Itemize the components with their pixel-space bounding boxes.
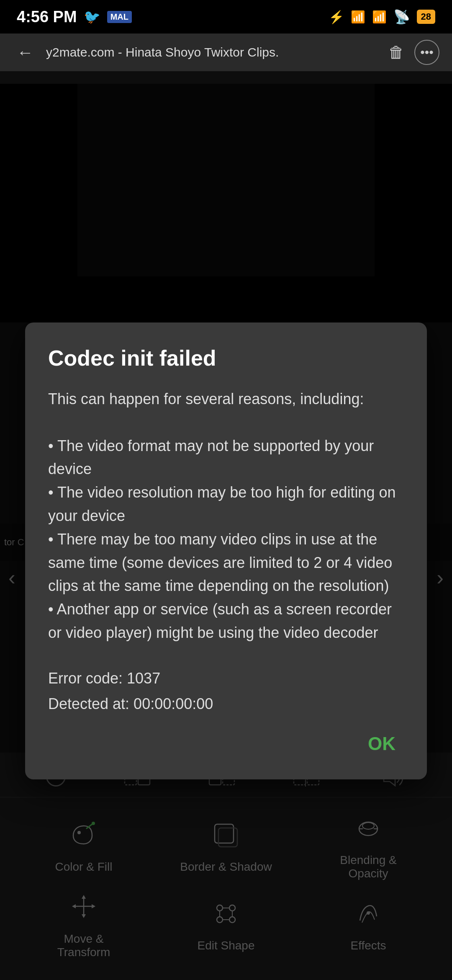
url-bar[interactable]: y2mate.com - Hinata Shoyo Twixtor Clips. [46, 45, 380, 59]
modal-error-info: Error code: 1037 Detected at: 00:00:00:0… [48, 665, 404, 717]
back-button[interactable]: ← [13, 43, 38, 62]
wifi-icon: 📡 [393, 9, 410, 25]
right-arrow-icon: › [437, 566, 444, 589]
modal-title: Codec init failed [48, 346, 404, 371]
signal-icon: 📶 [351, 10, 365, 24]
codec-error-dialog: Codec init failed This can happen for se… [25, 322, 427, 779]
detected-at: Detected at: 00:00:00:00 [48, 691, 404, 717]
status-bar: 4:56 PM 🐦 MAL ⚡ 📶 📶 📡 28 [0, 0, 452, 34]
battery-icon: 28 [417, 10, 435, 24]
modal-bullet-4: • Another app or service (such as a scre… [48, 601, 392, 641]
modal-intro: This can happen for several reasons, inc… [48, 390, 364, 407]
modal-bullet-3: • There may be too many video clips in u… [48, 531, 392, 595]
error-code: Error code: 1037 [48, 665, 404, 691]
browser-bar: ← y2mate.com - Hinata Shoyo Twixtor Clip… [0, 34, 452, 71]
modal-footer: OK [48, 729, 404, 758]
twitter-icon: 🐦 [84, 9, 100, 25]
status-icons: ⚡ 📶 📶 📡 28 [329, 9, 435, 25]
modal-bullet-2: • The video resolution may be too high f… [48, 484, 396, 524]
signal-icon-2: 📶 [372, 10, 387, 24]
left-arrow-icon: ‹ [8, 566, 15, 589]
right-nav-arrow[interactable]: › [437, 565, 444, 590]
mal-badge: MAL [107, 11, 132, 23]
browser-actions: 🗑 ••• [388, 40, 439, 65]
modal-body: This can happen for several reasons, inc… [48, 387, 404, 645]
more-button[interactable]: ••• [414, 40, 439, 65]
status-time: 4:56 PM [17, 8, 77, 26]
left-nav-arrow[interactable]: ‹ [8, 565, 15, 590]
ok-button[interactable]: OK [360, 729, 404, 758]
bluetooth-icon: ⚡ [329, 10, 344, 24]
modal-bullet-1: • The video format may not be supported … [48, 437, 374, 478]
trash-button[interactable]: 🗑 [388, 44, 404, 62]
